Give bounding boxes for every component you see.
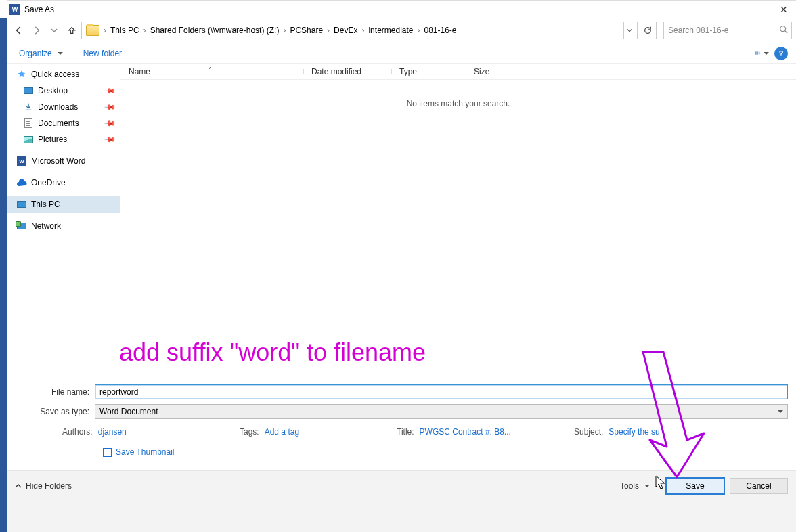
forward-button[interactable] (28, 22, 45, 39)
sidebar-pictures[interactable]: Pictures 📌 (7, 131, 120, 148)
column-date[interactable]: Date modified (303, 67, 391, 76)
authors-value[interactable]: djansen (98, 427, 127, 437)
save-form: File name: Save as type: Word Document A… (7, 376, 796, 457)
search-icon (779, 25, 789, 35)
tools-menu[interactable]: Tools (620, 481, 650, 491)
chevron-right-icon[interactable]: › (360, 26, 366, 35)
chevron-right-icon[interactable]: › (416, 26, 422, 35)
chevron-right-icon[interactable]: › (142, 26, 148, 35)
chevron-right-icon[interactable]: › (102, 26, 108, 35)
sidebar-downloads[interactable]: Downloads 📌 (7, 99, 120, 115)
chevron-up-icon (15, 483, 22, 489)
cloud-icon (16, 177, 27, 188)
tags-label: Tags: (240, 427, 259, 437)
svg-rect-2 (757, 51, 758, 53)
search-placeholder: Search 081-16-e (668, 26, 728, 35)
annotation-text: add suffix "word" to filename (119, 338, 426, 367)
search-input[interactable]: Search 081-16-e (663, 22, 792, 39)
sidebar-label: Desktop (38, 86, 68, 95)
address-bar[interactable]: › This PC › Shared Folders (\\vmware-hos… (81, 22, 638, 39)
word-icon: W (16, 156, 27, 167)
sidebar-network[interactable]: Network (7, 218, 120, 234)
sidebar-onedrive[interactable]: OneDrive (7, 175, 120, 191)
sidebar-label: Quick access (31, 70, 79, 79)
folder-icon (86, 25, 100, 36)
savetype-value: Word Document (100, 407, 158, 416)
recent-locations-button[interactable] (46, 22, 62, 39)
sidebar-label: Downloads (38, 102, 78, 112)
sidebar-label: OneDrive (31, 178, 66, 187)
save-thumbnail-row[interactable]: Save Thumbnail (15, 447, 788, 457)
breadcrumb-devex[interactable]: DevEx (331, 26, 360, 35)
svg-rect-1 (755, 51, 757, 53)
help-icon[interactable]: ? (774, 47, 788, 60)
save-button[interactable]: Save (666, 478, 724, 494)
column-size[interactable]: Size (466, 67, 520, 76)
savetype-combo[interactable]: Word Document (95, 404, 788, 419)
chevron-down-icon (644, 485, 650, 490)
savetype-label: Save as type: (15, 407, 95, 416)
title-label: Title: (397, 427, 414, 437)
sidebar-desktop[interactable]: Desktop 📌 (7, 83, 120, 99)
tags-value[interactable]: Add a tag (265, 427, 299, 437)
pin-icon: 📌 (103, 100, 116, 113)
filename-label: File name: (15, 387, 95, 397)
pin-icon: 📌 (103, 116, 116, 129)
filename-input[interactable] (95, 384, 788, 399)
sidebar-documents[interactable]: Documents 📌 (7, 115, 120, 131)
address-dropdown-button[interactable] (623, 22, 634, 39)
cancel-button[interactable]: Cancel (730, 478, 788, 494)
svg-rect-4 (757, 53, 758, 55)
pc-icon (16, 199, 27, 210)
chevron-down-icon (58, 52, 63, 58)
breadcrumb-pcshare[interactable]: PCShare (287, 26, 326, 35)
dialog-footer: Hide Folders Tools Save Cancel (7, 470, 796, 500)
column-type[interactable]: Type (391, 67, 466, 76)
window-title: Save As (24, 5, 54, 14)
column-name[interactable]: Name ˄ (120, 67, 303, 76)
sidebar-label: Network (31, 221, 61, 231)
empty-list-message: No items match your search. (120, 99, 796, 108)
breadcrumb-leaf[interactable]: 081-16-e (422, 26, 460, 35)
pictures-icon (23, 134, 34, 145)
svg-rect-6 (758, 53, 760, 54)
nav-sidebar: Quick access Desktop 📌 Downloads 📌 Docum… (7, 64, 120, 376)
split-view: Quick access Desktop 📌 Downloads 📌 Docum… (7, 63, 796, 376)
refresh-button[interactable] (639, 22, 657, 39)
view-options-button[interactable] (755, 47, 769, 60)
chevron-right-icon[interactable]: › (282, 26, 287, 35)
desktop-icon (23, 85, 34, 96)
close-icon[interactable]: ✕ (774, 4, 793, 15)
up-button[interactable] (64, 22, 80, 39)
breadcrumb-shared[interactable]: Shared Folders (\\vmware-host) (Z:) (148, 26, 282, 35)
chevron-right-icon[interactable]: › (326, 26, 331, 35)
network-icon (16, 221, 27, 231)
breadcrumb-this-pc[interactable]: This PC (108, 26, 142, 35)
new-folder-button[interactable]: New folder (79, 46, 126, 61)
sidebar-this-pc[interactable]: This PC (7, 196, 120, 213)
pin-icon: 📌 (103, 133, 116, 146)
subject-label: Subject: (574, 427, 603, 437)
star-icon (16, 69, 27, 80)
organize-menu[interactable]: Organize (15, 46, 67, 61)
breadcrumb-intermediate[interactable]: intermediate (366, 26, 416, 35)
title-value[interactable]: PWGSC Contract #: B8... (420, 427, 511, 437)
svg-point-0 (780, 26, 786, 32)
toolbar-row: Organize New folder ? (7, 43, 796, 63)
hide-folders-button[interactable]: Hide Folders (15, 481, 72, 491)
sidebar-word[interactable]: W Microsoft Word (7, 153, 120, 169)
sidebar-label: Documents (38, 118, 79, 128)
file-list-area: Name ˄ Date modified Type Size No items … (120, 64, 796, 376)
background-app-bottom (7, 500, 796, 532)
sort-indicator-icon: ˄ (208, 66, 212, 74)
sidebar-quick-access[interactable]: Quick access (7, 66, 120, 83)
svg-rect-5 (758, 51, 760, 52)
nav-row: › This PC › Shared Folders (\\vmware-hos… (7, 18, 796, 43)
download-icon (23, 102, 34, 112)
subject-value[interactable]: Specify the su (609, 427, 659, 437)
save-thumbnail-label: Save Thumbnail (116, 447, 175, 457)
document-icon (23, 118, 34, 129)
back-button[interactable] (11, 22, 27, 39)
save-thumbnail-checkbox[interactable] (103, 448, 112, 457)
pin-icon: 📌 (103, 84, 116, 97)
